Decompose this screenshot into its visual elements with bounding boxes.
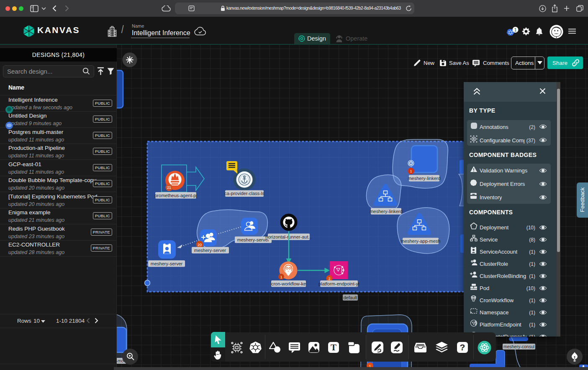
svg-text:prometheus-agent-pj: prometheus-agent-pj	[154, 193, 197, 198]
svg-text:2: 2	[329, 277, 331, 281]
svg-text:20: 20	[198, 243, 202, 247]
svg-text:meshery-server: meshery-server	[194, 248, 226, 253]
svg-text:meshery-server: meshery-server	[151, 261, 183, 266]
svg-text:1: 1	[280, 275, 282, 279]
svg-text:1: 1	[410, 169, 412, 173]
svg-text:meshery-server: meshery-server	[237, 237, 270, 242]
svg-text:meshery-app-mesh: meshery-app-mesh	[401, 239, 441, 244]
svg-text:cron-workflow-ke: cron-workflow-ke	[271, 281, 306, 286]
svg-text:meshery-linkerd: meshery-linkerd	[408, 176, 440, 181]
svg-text:meshery-consul: meshery-consul	[503, 344, 534, 349]
svg-text:default: default	[343, 295, 357, 300]
svg-text:ca-provider-class-ls: ca-provider-class-ls	[224, 191, 264, 196]
svg-text:meshery-linkerd: meshery-linkerd	[370, 209, 402, 214]
svg-text:platform-endpoint-yt: platform-endpoint-yt	[318, 281, 359, 286]
svg-text:21: 21	[167, 185, 171, 190]
svg-text:1: 1	[514, 28, 517, 32]
